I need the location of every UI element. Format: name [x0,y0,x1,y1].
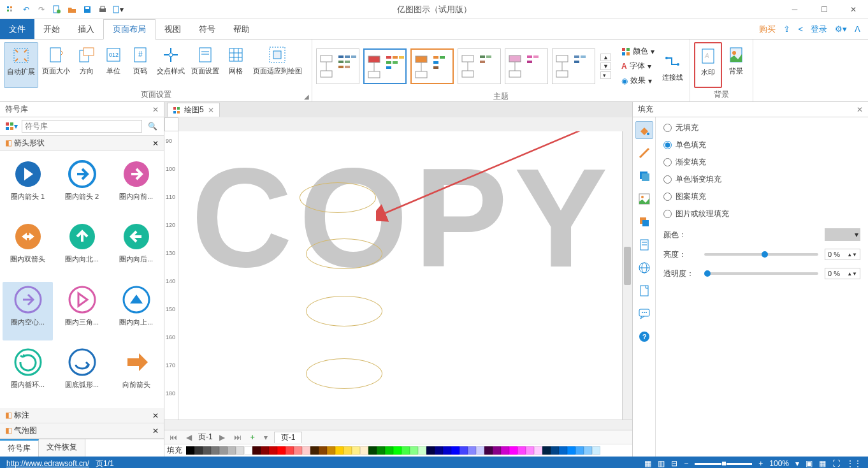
shape-item[interactable]: 圈内向后... [111,219,161,277]
color-swatch[interactable] [360,446,368,455]
zoom-out[interactable]: − [684,459,688,468]
color-swatch[interactable] [484,446,493,455]
tab-symbol[interactable]: 符号 [190,19,224,39]
library-menu-icon[interactable]: ▾ [4,120,19,133]
tab-insert[interactable]: 插入 [69,19,103,39]
color-swatch[interactable] [228,446,236,455]
shadow-tool-icon[interactable] [635,167,653,185]
ellipse-shape[interactable] [306,238,382,269]
tab-help[interactable]: 帮助 [224,19,259,39]
print-icon[interactable] [97,4,108,15]
redo-icon[interactable]: ↷ [36,4,47,15]
shape-item[interactable]: 向前箭头 [111,344,161,403]
color-swatch[interactable] [426,446,435,455]
color-swatch[interactable] [310,446,319,455]
background-button[interactable]: 背景 [723,42,749,88]
shape-item[interactable]: 圈内向前... [111,156,161,215]
color-swatch[interactable] [319,446,327,455]
web-tool-icon[interactable] [635,259,653,277]
page-next[interactable]: ▶ [217,433,228,442]
page-tab-1[interactable]: 页-1 [274,432,303,443]
ellipse-shape[interactable] [306,296,382,326]
share2-icon[interactable]: < [798,24,803,34]
doc-tool-icon[interactable] [635,282,653,300]
zoom-level[interactable]: 100% [769,459,789,468]
theme-effect-button[interactable]: ◉效果▾ [618,74,658,87]
color-swatch[interactable] [261,446,269,455]
color-swatch[interactable] [294,446,302,455]
color-swatch[interactable] [451,446,459,455]
maximize-button[interactable]: ☐ [809,0,839,19]
theme-item-1[interactable] [316,48,359,84]
color-swatch[interactable] [344,446,352,455]
watermark-button[interactable]: A水印 [694,42,722,88]
view-outline-icon[interactable]: ▥ [658,459,665,468]
canvas[interactable]: COPY [178,131,622,420]
shape-item[interactable]: 圈内三角... [57,282,107,340]
page-settings-launcher[interactable]: ◢ [304,93,309,100]
opacity-slider[interactable] [704,272,818,275]
theme-item-6[interactable] [552,48,595,84]
color-swatch[interactable] [286,446,294,455]
collapse-ribbon-icon[interactable]: ᐱ [855,24,860,34]
color-swatch[interactable] [269,446,277,455]
theme-item-2[interactable] [363,48,407,84]
view-reading-icon[interactable]: ⊟ [671,459,677,468]
color-swatch[interactable] [551,446,559,455]
theme-item-5[interactable] [505,48,548,84]
section-callouts[interactable]: ◧ 标注 ✕ [0,408,164,423]
color-swatch[interactable] [352,446,360,455]
page-last[interactable]: ⏭ [231,433,244,442]
fill-solid-option[interactable]: 单色填充 [663,140,860,150]
color-swatch[interactable] [368,446,377,455]
color-swatch[interactable] [401,446,410,455]
tab-view[interactable]: 视图 [156,19,190,39]
zoom-slider[interactable] [695,463,752,465]
fill-texture-option[interactable]: 图片或纹理填充 [663,208,860,219]
qat-menu-icon[interactable] [5,4,17,15]
color-swatch[interactable] [542,446,551,455]
color-swatch[interactable] [211,446,219,455]
image-tool-icon[interactable] [635,190,653,208]
color-swatch[interactable] [203,446,211,455]
auto-expand-button[interactable]: 自动扩展 [4,42,38,88]
close-symbol-library[interactable]: ✕ [152,105,159,114]
page-prev[interactable]: ◀ [184,433,194,442]
connector-button[interactable]: 连接线 [660,48,686,84]
zoom-in[interactable]: + [758,459,763,468]
open-icon[interactable] [66,4,78,15]
theme-gallery[interactable]: ▲ ▼ ▾ [316,48,611,84]
page-size-button[interactable]: 页面大小 [40,42,73,88]
status-url[interactable]: http://www.edrawsoft.cn/ [6,459,89,468]
color-swatch[interactable] [534,446,542,455]
theme-scroll-up[interactable]: ▲ [600,54,611,61]
color-swatch[interactable] [377,446,385,455]
color-swatch[interactable] [327,446,335,455]
shape-item[interactable]: 圈内箭头 1 [3,156,53,215]
color-swatch[interactable] [468,446,476,455]
theme-font-button[interactable]: A字体▾ [618,59,658,73]
color-swatch[interactable] [418,446,426,455]
buy-link[interactable]: 购买 [759,24,776,35]
close-button[interactable]: ✕ [839,0,868,19]
search-input[interactable] [22,120,142,133]
fill-mono-gradient-option[interactable]: 单色渐变填充 [663,174,860,185]
color-swatch[interactable] [335,446,344,455]
theme-scroll-down[interactable]: ▼ [600,62,611,70]
ellipse-shape[interactable] [306,358,382,389]
tab-file-recovery[interactable]: 文件恢复 [39,439,85,457]
vertical-scrollbar[interactable] [622,131,632,420]
color-swatch[interactable] [393,446,401,455]
color-swatch[interactable] [526,446,534,455]
color-swatch[interactable] [219,446,228,455]
color-swatch[interactable] [277,446,286,455]
page-tool-icon[interactable] [635,236,653,254]
theme-color-button[interactable]: 颜色▾ [618,45,658,58]
color-swatch[interactable] [509,446,517,455]
shape-item[interactable]: 圆底弧形... [57,344,107,403]
fill-none-option[interactable]: 无填充 [663,122,860,133]
fullscreen-icon[interactable]: ⛶ [832,459,840,468]
opacity-value[interactable]: 0 %▲▼ [825,268,860,279]
color-swatch[interactable] [493,446,501,455]
color-swatch[interactable] [501,446,509,455]
